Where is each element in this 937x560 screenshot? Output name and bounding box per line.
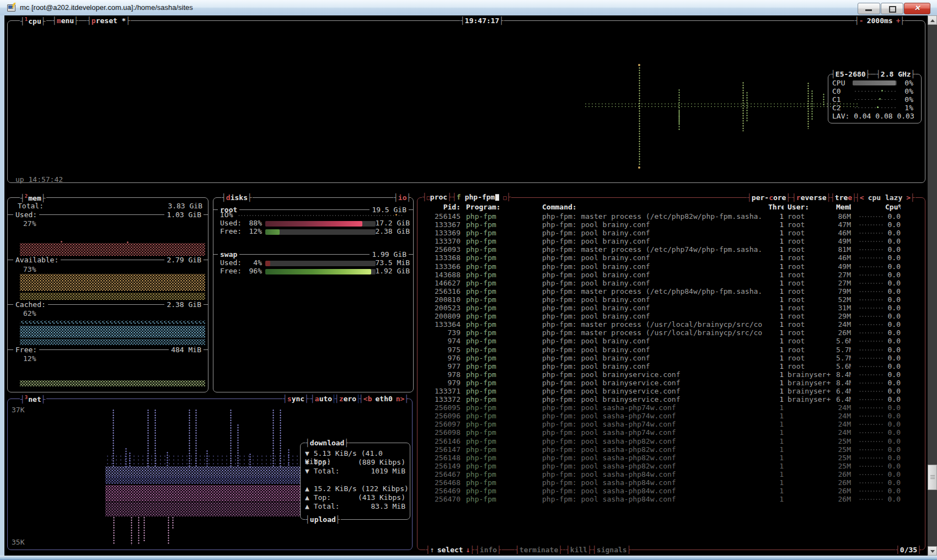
process-program: php-fpm (461, 445, 534, 454)
net-zero-button[interactable]: zero (334, 395, 361, 403)
info-button[interactable]: info (475, 546, 502, 554)
process-row[interactable]: 975 php-fpm php-fpm: pool brainy.conf 1 … (421, 346, 921, 354)
cpu-model: E5-2680 (831, 70, 870, 78)
process-row[interactable]: 256095 php-fpm php-fpm: pool sasha-php74… (421, 403, 921, 412)
process-row[interactable]: 256316 php-fpm php-fpm: master process (… (421, 287, 921, 295)
net-auto-button[interactable]: auto (310, 395, 337, 403)
process-row[interactable]: 200810 php-fpm php-fpm: pool brainy.conf… (421, 295, 921, 304)
disks-io-toggle[interactable]: io (393, 193, 411, 202)
process-row[interactable]: 133369 php-fpm php-fpm: pool brainy.conf… (421, 229, 921, 237)
terminate-button[interactable]: terminate (515, 546, 563, 554)
process-row[interactable]: 978 php-fpm php-fpm: pool brainyservice.… (421, 370, 921, 379)
process-row[interactable]: 133366 php-fpm php-fpm: pool brainy.conf… (421, 262, 921, 271)
sort-prev-button[interactable]: < (860, 193, 864, 202)
process-row[interactable]: 143688 php-fpm php-fpm: pool brainy.conf… (421, 271, 921, 279)
mem-used-graph (20, 243, 205, 256)
scroll-down-button[interactable] (928, 546, 937, 556)
process-row[interactable]: 200809 php-fpm php-fpm: pool brainy.conf… (421, 312, 921, 320)
process-command: php-fpm: pool brainy.conf (534, 220, 768, 229)
process-row[interactable]: 739 php-fpm php-fpm: master process (/us… (421, 329, 921, 337)
process-program: php-fpm (461, 487, 534, 495)
interval-increase-button[interactable]: + (896, 17, 901, 25)
close-button[interactable]: ✕ (904, 3, 930, 14)
column-cpu[interactable]: Cpu% (885, 203, 901, 211)
process-user (784, 420, 836, 428)
column-threads[interactable]: Threads: (768, 203, 784, 211)
process-row[interactable]: 256468 php-fpm php-fpm: pool sasha-php84… (421, 478, 921, 487)
process-row[interactable]: 256467 php-fpm php-fpm: pool sasha-php84… (421, 470, 921, 478)
process-row[interactable]: 133364 php-fpm php-fpm: master process (… (421, 320, 921, 329)
net-sync-button[interactable]: sync (282, 395, 309, 403)
net-scale-top: 37K (12, 406, 24, 414)
clear-filter-icon: □ (503, 195, 506, 201)
process-row[interactable]: 256469 php-fpm php-fpm: pool sasha-php84… (421, 487, 921, 495)
process-row[interactable]: 256149 php-fpm php-fpm: pool sasha-php82… (421, 462, 921, 470)
scrollbar-thumb[interactable] (928, 465, 937, 490)
select-control[interactable]: ↑select↓ (425, 546, 475, 554)
process-mem-graph (851, 454, 885, 462)
process-cpu: 0.0 (885, 237, 901, 245)
process-cpu: 0.0 (885, 403, 901, 412)
process-row[interactable]: 133372 php-fpm php-fpm: pool brainyservi… (421, 395, 921, 403)
process-row[interactable]: 200523 php-fpm php-fpm: pool brainy.conf… (421, 304, 921, 312)
menu-button[interactable]: menu (52, 17, 79, 25)
interval-decrease-button[interactable]: - (859, 17, 864, 25)
disk-free-bar (265, 229, 376, 235)
process-row[interactable]: 256470 php-fpm php-fpm: pool sasha-php84… (421, 495, 921, 503)
signals-button[interactable]: signals (592, 546, 631, 554)
process-program: php-fpm (461, 237, 534, 245)
iface-prev-button[interactable]: <b (363, 395, 372, 403)
process-row[interactable]: 977 php-fpm php-fpm: pool brainy.conf 1 … (421, 362, 921, 370)
process-user: root (784, 262, 836, 271)
process-cpu: 0.0 (885, 271, 901, 279)
process-command: php-fpm: pool brainyservice.conf (534, 395, 768, 403)
cpu-total-meter (853, 80, 897, 85)
process-row[interactable]: 974 php-fpm php-fpm: pool brainy.conf 1 … (421, 337, 921, 345)
process-row[interactable]: 133368 php-fpm php-fpm: pool brainy.conf… (421, 254, 921, 262)
kill-button[interactable]: kill (565, 546, 592, 554)
process-row[interactable]: 256148 php-fpm php-fpm: pool sasha-php82… (421, 454, 921, 462)
process-row[interactable]: 256093 php-fpm php-fpm: master process (… (421, 245, 921, 254)
minimize-button[interactable] (858, 3, 880, 14)
process-filter[interactable]: fphp-fpm□ (452, 193, 511, 202)
preset-button[interactable]: preset * (87, 17, 131, 25)
process-row[interactable]: 133367 php-fpm php-fpm: pool brainy.conf… (421, 220, 921, 229)
sort-next-button[interactable]: > (906, 193, 911, 202)
update-interval: -2000ms+ (854, 17, 905, 25)
upload-icon: ▲ (305, 493, 309, 502)
reverse-toggle[interactable]: reverse (791, 193, 831, 202)
process-row[interactable]: 133371 php-fpm php-fpm: pool brainyservi… (421, 387, 921, 395)
process-cpu: 0.0 (885, 245, 901, 254)
process-row[interactable]: 256096 php-fpm php-fpm: pool sasha-php74… (421, 412, 921, 420)
per-core-toggle[interactable]: per-core (747, 193, 791, 202)
process-row[interactable]: 976 php-fpm php-fpm: pool brainy.conf 1 … (421, 354, 921, 362)
process-row[interactable]: 256098 php-fpm php-fpm: pool sasha-php74… (421, 428, 921, 437)
process-row[interactable]: 256146 php-fpm php-fpm: pool sasha-php82… (421, 437, 921, 445)
column-program[interactable]: Program: (461, 203, 534, 211)
column-user[interactable]: User: (784, 203, 836, 211)
process-cpu: 0.0 (885, 495, 901, 503)
process-row[interactable]: 256147 php-fpm php-fpm: pool sasha-php82… (421, 445, 921, 454)
cpu-total-label: CPU (832, 79, 852, 87)
process-pid: 256095 (421, 403, 461, 412)
process-program: php-fpm (461, 220, 534, 229)
mem-available-percent: 73% (23, 265, 36, 273)
process-command: php-fpm: pool sasha-php74w.conf (534, 428, 768, 437)
process-cpu: 0.0 (885, 320, 901, 329)
column-command[interactable]: Command: (534, 203, 768, 211)
process-mem-graph (851, 254, 885, 262)
scrollbar[interactable] (928, 15, 937, 556)
tree-toggle[interactable]: tree (830, 193, 857, 202)
process-row[interactable]: 146627 php-fpm php-fpm: pool brainy.conf… (421, 279, 921, 287)
process-row[interactable]: 979 php-fpm php-fpm: pool brainyservice.… (421, 379, 921, 387)
process-row[interactable]: 256097 php-fpm php-fpm: pool sasha-php74… (421, 420, 921, 428)
scroll-up-button[interactable] (928, 15, 937, 25)
process-row[interactable]: 256145 php-fpm php-fpm: master process (… (421, 212, 921, 220)
maximize-button[interactable] (881, 3, 903, 14)
uptime: up 14:57:42 (15, 175, 63, 184)
process-row[interactable]: 133370 php-fpm php-fpm: pool brainy.conf… (421, 237, 921, 245)
disk-used-percent: 88% (247, 219, 262, 227)
column-mem[interactable]: MemB (836, 203, 851, 211)
iface-next-button[interactable]: n> (396, 395, 405, 403)
column-pid[interactable]: Pid: (421, 203, 461, 211)
